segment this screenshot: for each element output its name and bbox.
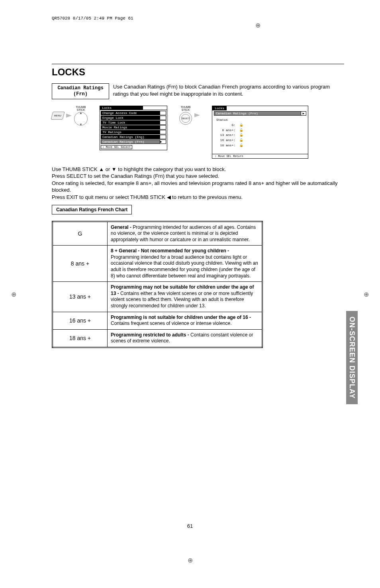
lock-icon [239,123,243,127]
instruction-line: Press EXIT to quit menu or select THUMB … [52,194,344,201]
osd-arrow-icon: ▶ [301,111,306,116]
page-title: LOCKS [52,67,344,78]
osd-item-arrow [160,120,166,125]
select-diagram: THUMB STICK SELECT [179,106,200,125]
thumbstick-ring-icon: ▲ ▼ [74,112,88,126]
select-label: SELECT [181,114,190,123]
thumbstick-label: THUMB STICK [74,106,88,111]
page: QR57028 8/17/05 2:49 PM Page 61 LOCKS Ca… [0,0,380,588]
arrow-right-icon [194,113,200,117]
osd-title-tail [143,106,167,110]
osd-item-arrow [160,111,166,115]
instructions-block: Use THUMB STICK ▲ or ▼ to highlight the … [52,166,344,201]
up-arrow-icon: ▲ [79,111,82,115]
rating-code: 18 ans + [53,329,108,347]
osd-nav-text: Move SEL Select [106,146,131,149]
rating-code: 8 ans + [53,246,108,282]
unlock-icon [239,144,243,147]
status-label: 16 ans+: [220,138,235,142]
osd-item-arrow [160,116,166,120]
instruction-line: Once rating is selected, for example 8 a… [52,180,344,194]
crop-mark-icon [364,290,369,298]
side-tab: ON-SCREEN DISPLAY [346,311,358,404]
osd-item-label: Movie Ratings [101,125,160,130]
osd-title: Locks [100,106,143,110]
diagram-row: MENU THUMB STICK ▲ ▼ Locks Change Access… [52,106,344,159]
osd-title: Locks [212,106,227,110]
thumbstick-diagram: MENU THUMB STICK ▲ ▼ [52,106,88,126]
status-label: 8 ans+: [222,128,235,132]
feature-label: Canadian Ratings (Frn) [52,83,109,99]
select-ring-icon: SELECT [179,112,192,125]
osd-subtitle: Canadian Ratings (Frn) [214,111,301,116]
thumbstick-group: THUMB STICK ▲ ▼ [74,106,88,126]
osd-item-label: Engage Lock [101,116,160,120]
osd-nav-text: Move SEL Return [218,155,243,158]
rating-code: 16 ans + [53,312,108,329]
osd-item-arrow: ▶ [160,140,166,144]
unlock-icon [239,133,243,137]
thumbstick-group: THUMB STICK SELECT [179,106,192,125]
rating-desc: Programming may not be suitable for chil… [108,282,262,312]
osd-item: TV Time Lock [101,120,166,125]
status-row: 8 ans+: [216,128,304,133]
osd-status-block: Status G: 8 ans+: 13 ans+: 16 ans+: 18 a… [212,116,308,149]
rating-desc: 8 + General - Not recommended for young … [108,246,262,282]
osd-item-label: Canadian Ratings (Frn) [101,140,160,144]
osd-item: Canadian Ratings (Eng) [101,135,166,139]
status-label: 13 ans+: [220,133,235,137]
unlock-icon [239,138,243,142]
osd-body: Change Access Code Engage Lock TV Time L… [100,110,167,150]
osd-item: TV Ratings [101,130,166,134]
status-row: 16 ans+: [216,138,304,143]
status-row: 13 ans+: [216,133,304,138]
table-row: 16 ans + Programming is not suitable for… [53,312,262,329]
instruction-line: Press SELECT to set the Canadian Ratings… [52,173,344,180]
status-row: 18 ans+: [216,143,304,148]
table-row: 13 ans + Programming may not be suitable… [53,282,262,312]
osd-item-arrow [160,135,166,139]
osd-nav-hint: ↕ Move SEL Return [212,154,308,159]
arrow-right-icon [66,114,72,118]
chart-title-box: Canadian Ratings French Chart [52,205,132,214]
status-label: 18 ans+: [220,144,235,147]
instruction-line: Use THUMB STICK ▲ or ▼ to highlight the … [52,166,344,173]
doc-header: QR57028 8/17/05 2:49 PM Page 61 [52,16,133,21]
rating-code: G [53,221,108,246]
thumbstick-label: THUMB STICK [179,106,192,111]
feature-description: Use Canadian Ratings (Frn) to block Cana… [113,83,344,97]
table-row: G General - Programming intended for aud… [53,221,262,246]
table-row: 18 ans + Programming restricted to adult… [53,329,262,347]
osd-item-arrow [160,125,166,130]
crop-mark-icon [11,290,16,298]
crop-mark-icon [255,22,261,29]
osd-item-label: TV Ratings [101,130,160,134]
rating-desc: Programming is not suitable for children… [108,312,262,329]
osd-nav-hint: ↕ Move SEL Select [101,145,132,149]
osd-item-label: Change Access Code [101,111,160,115]
ratings-table: G General - Programming intended for aud… [52,221,263,348]
rating-desc: General - Programming intended for audie… [108,221,262,246]
down-arrow-icon: ▼ [79,123,82,126]
rating-desc: Programming restricted to adults - Conta… [108,329,262,347]
unlock-icon [239,128,243,132]
osd-item-label: Canadian Ratings (Eng) [101,135,160,139]
status-row: G: [216,123,304,128]
osd-item: Movie Ratings [101,125,166,130]
menu-button-icon: MENU [51,112,65,120]
status-label: G: [231,123,235,127]
feature-row: Canadian Ratings (Frn) Use Canadian Rati… [52,83,344,99]
osd-item-selected: Canadian Ratings (Frn)▶ [101,140,166,144]
table-row: 8 ans + 8 + General - Not recommended fo… [53,246,262,282]
page-number: 61 [187,523,193,529]
osd-locks-menu: Locks Change Access Code Engage Lock TV … [100,106,167,150]
osd-item-arrow [160,130,166,134]
osd-item: Change Access Code [101,111,166,115]
osd-item: Engage Lock [101,116,166,120]
rule [52,64,344,64]
status-header: Status [216,118,304,123]
osd-ratings-detail: Locks Canadian Ratings (Frn) ▶ Status G:… [212,106,308,159]
crop-mark-icon [188,557,193,564]
osd-item-label: TV Time Lock [101,120,160,125]
rating-code: 13 ans + [53,282,108,312]
